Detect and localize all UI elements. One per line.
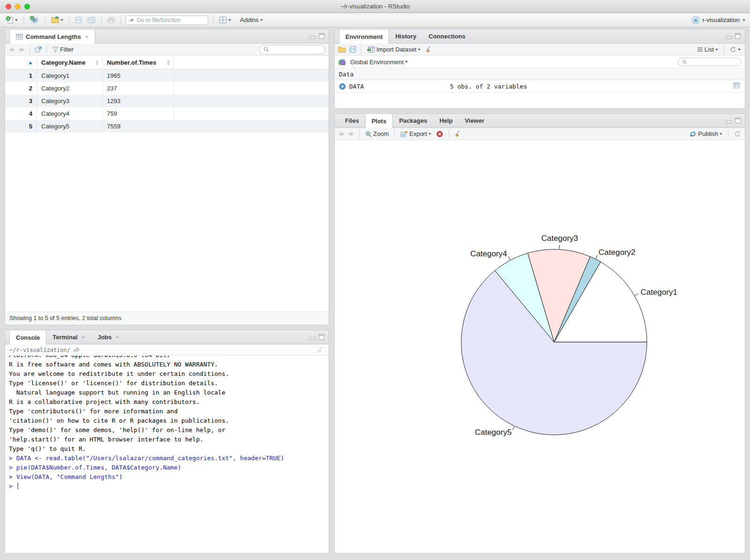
next-plot-icon[interactable] bbox=[348, 131, 354, 137]
row-number-column-header[interactable] bbox=[5, 56, 37, 69]
environment-view-mode-button[interactable]: List bbox=[696, 44, 719, 55]
publish-button[interactable]: Publish bbox=[688, 128, 723, 140]
number-of-times-cell: 1293 bbox=[102, 95, 174, 107]
tab-packages[interactable]: Packages bbox=[393, 114, 433, 127]
addins-button[interactable]: Addins bbox=[239, 15, 264, 26]
pane-layout-button[interactable] bbox=[218, 15, 232, 26]
broom-icon bbox=[455, 130, 462, 137]
console-output-line: R is a collaborative project with many c… bbox=[9, 397, 329, 407]
tab-history[interactable]: History bbox=[389, 30, 422, 43]
goto-file-function-box[interactable] bbox=[126, 15, 208, 25]
row-number-cell: 4 bbox=[5, 107, 37, 120]
export-label: Export bbox=[409, 130, 427, 137]
environment-search-box[interactable] bbox=[678, 58, 741, 66]
console-command-line: > DATA <- read.table("/Users/lsalazar/co… bbox=[9, 454, 329, 463]
open-folder-icon bbox=[51, 16, 59, 23]
tab-command-lengths[interactable]: Command Lengths ✕ bbox=[9, 30, 95, 44]
tab-environment[interactable]: Environment bbox=[339, 30, 389, 44]
category-name-cell: Category1 bbox=[37, 69, 102, 82]
category-name-cell: Category4 bbox=[37, 107, 102, 120]
environment-scope-button[interactable]: Global Environment bbox=[349, 56, 409, 67]
publish-label: Publish bbox=[698, 130, 718, 137]
tab-files[interactable]: Files bbox=[339, 114, 365, 127]
maximize-pane-button[interactable] bbox=[735, 33, 741, 39]
load-workspace-icon[interactable] bbox=[338, 46, 346, 53]
view-object-button[interactable] bbox=[733, 82, 740, 90]
save-button[interactable] bbox=[74, 15, 83, 26]
open-working-dir-icon[interactable] bbox=[73, 347, 80, 352]
export-plot-button[interactable]: Export bbox=[399, 128, 432, 140]
clear-environment-button[interactable] bbox=[425, 44, 434, 55]
zoom-plot-button[interactable]: Zoom bbox=[364, 128, 390, 140]
row-number-cell: 3 bbox=[5, 95, 37, 107]
tab-terminal[interactable]: Terminal✕ bbox=[46, 330, 91, 344]
open-file-button[interactable] bbox=[50, 15, 64, 26]
tab-plots[interactable]: Plots bbox=[365, 114, 393, 128]
maximize-pane-button[interactable] bbox=[735, 118, 741, 123]
clear-console-icon[interactable] bbox=[317, 346, 324, 353]
new-project-icon: R bbox=[30, 16, 39, 24]
minimize-pane-button[interactable] bbox=[309, 337, 315, 340]
tab-viewer[interactable]: Viewer bbox=[459, 114, 491, 127]
titlebar: ~/r-visualization - RStudio bbox=[0, 0, 750, 13]
broom-icon bbox=[426, 46, 433, 53]
console-output-line: Natural language support but running in … bbox=[9, 388, 329, 397]
minimize-pane-button[interactable] bbox=[726, 36, 732, 39]
back-icon[interactable] bbox=[8, 47, 15, 52]
print-button[interactable] bbox=[106, 15, 116, 26]
refresh-plot-button[interactable] bbox=[733, 128, 742, 140]
console-prompt-line[interactable]: > bbox=[9, 482, 329, 491]
environment-search-input[interactable] bbox=[689, 59, 737, 65]
forward-icon[interactable] bbox=[18, 47, 25, 52]
open-in-new-window-icon[interactable] bbox=[35, 46, 42, 52]
goto-file-function-input[interactable] bbox=[137, 17, 205, 23]
viewer-tabbar: Command Lengths ✕ bbox=[5, 30, 329, 44]
minimize-pane-button[interactable] bbox=[726, 120, 732, 123]
category-name-cell: Category2 bbox=[37, 82, 102, 95]
column-header-number-of-times[interactable]: Number.of.Times bbox=[102, 56, 174, 69]
tab-help[interactable]: Help bbox=[433, 114, 458, 127]
close-tab-icon[interactable]: ✕ bbox=[82, 335, 85, 340]
plots-pane: Files Plots Packages Help Viewer Zoom Ex… bbox=[334, 113, 745, 553]
project-menu-button[interactable]: R r-visualization bbox=[691, 16, 745, 24]
console-lines: Platform: x86_64-apple-darwin13.6.0 (64-… bbox=[9, 356, 329, 491]
remove-plot-button[interactable] bbox=[435, 128, 444, 140]
filter-button[interactable]: Filter bbox=[52, 44, 75, 55]
save-all-button[interactable] bbox=[86, 15, 97, 26]
close-tab-icon[interactable]: ✕ bbox=[85, 34, 89, 39]
import-dataset-label: Import Dataset bbox=[376, 46, 416, 53]
filter-label: Filter bbox=[60, 46, 74, 53]
new-project-button[interactable]: R bbox=[29, 15, 40, 26]
addins-label: Addins bbox=[240, 16, 259, 23]
tab-connections[interactable]: Connections bbox=[422, 30, 472, 43]
previous-plot-icon[interactable] bbox=[338, 131, 345, 137]
tab-label: Command Lengths bbox=[26, 33, 81, 40]
viewer-search-input[interactable] bbox=[271, 46, 321, 53]
object-name: DATA bbox=[349, 83, 364, 90]
number-of-times-cell: 759 bbox=[102, 107, 174, 120]
close-tab-icon[interactable]: ✕ bbox=[115, 335, 119, 340]
table-row: 4Category4759 bbox=[5, 107, 329, 120]
environment-object-row[interactable]: DATA 5 obs. of 2 variables bbox=[335, 80, 745, 93]
column-header-category-name[interactable]: Category.Name bbox=[37, 56, 102, 69]
maximize-pane-button[interactable] bbox=[319, 33, 324, 39]
expand-object-icon[interactable] bbox=[339, 83, 346, 90]
maximize-pane-button[interactable] bbox=[319, 334, 324, 340]
clear-plots-button[interactable] bbox=[454, 128, 463, 140]
save-workspace-icon[interactable] bbox=[349, 46, 356, 53]
remove-plot-icon bbox=[436, 131, 443, 137]
pie-chart: Category1Category2Category3Category4Cate… bbox=[335, 140, 745, 553]
list-icon bbox=[697, 47, 703, 52]
new-file-button[interactable] bbox=[5, 15, 19, 26]
new-file-icon bbox=[6, 16, 14, 24]
viewer-search-box[interactable] bbox=[259, 45, 325, 54]
refresh-environment-button[interactable] bbox=[729, 44, 742, 55]
tab-console[interactable]: Console bbox=[9, 330, 46, 344]
minimize-pane-button[interactable] bbox=[309, 36, 315, 39]
tab-jobs[interactable]: Jobs✕ bbox=[91, 330, 126, 344]
console-output[interactable]: Platform: x86_64-apple-darwin13.6.0 (64-… bbox=[5, 356, 329, 553]
row-number-cell: 1 bbox=[5, 69, 37, 82]
table-row: 3Category31293 bbox=[5, 95, 329, 107]
import-dataset-button[interactable]: Import Dataset bbox=[366, 44, 421, 55]
console-output-line: 'citation()' on how to cite R or R packa… bbox=[9, 416, 329, 426]
